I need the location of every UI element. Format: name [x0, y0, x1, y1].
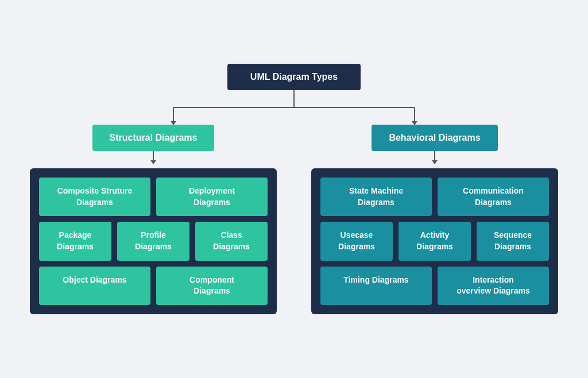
structural-row3: Object Diagrams ComponentDiagrams [39, 267, 268, 305]
svg-marker-9 [432, 160, 438, 164]
package-diagrams: PackageDiagrams [39, 222, 111, 260]
behavioral-branch: Behavioral Diagrams State MachineDiagram… [311, 125, 558, 314]
root-node: UML Diagram Types [227, 64, 361, 90]
behavioral-container: State MachineDiagrams CommunicationDiagr… [311, 168, 558, 314]
behavioral-row1: State MachineDiagrams CommunicationDiagr… [320, 178, 549, 216]
timing-diagrams: Timing Diagrams [320, 267, 432, 305]
structural-node: Structural Diagrams [92, 125, 215, 151]
structural-row2: PackageDiagrams ProfileDiagrams ClassDia… [39, 222, 268, 260]
activity-diagrams: ActivityDiagrams [399, 222, 471, 260]
component-diagrams: ComponentDiagrams [156, 267, 268, 305]
structural-row1: Composite StrutureDiagrams DeploymentDia… [39, 178, 268, 216]
deployment-diagrams: DeploymentDiagrams [156, 178, 268, 216]
class-diagrams: ClassDiagrams [195, 222, 268, 260]
behavioral-row3: Timing Diagrams Interactionoverview Diag… [320, 267, 549, 305]
state-machine-diagrams: State MachineDiagrams [320, 178, 432, 216]
profile-diagrams: ProfileDiagrams [117, 222, 189, 260]
interaction-overview-diagrams: Interactionoverview Diagrams [438, 267, 549, 305]
communication-diagrams: CommunicationDiagrams [438, 178, 549, 216]
diagram-container: UML Diagram Types Structural Diagrams [18, 52, 570, 326]
object-diagrams: Object Diagrams [39, 267, 150, 305]
branches-row: Structural Diagrams Composite StrutureDi… [24, 125, 564, 314]
behavioral-row2: UsecaseDiagrams ActivityDiagrams Sequenc… [320, 222, 549, 260]
usecase-diagrams: UsecaseDiagrams [320, 222, 393, 260]
root-connector-svg [133, 90, 455, 125]
composite-structure-diagrams: Composite StrutureDiagrams [39, 178, 150, 216]
sequence-diagrams: SequenceDiagrams [477, 222, 549, 260]
behavioral-node: Behavioral Diagrams [372, 125, 497, 151]
structural-v-connector [153, 151, 154, 168]
structural-container: Composite StrutureDiagrams DeploymentDia… [30, 168, 277, 314]
svg-marker-7 [150, 160, 156, 164]
structural-branch: Structural Diagrams Composite StrutureDi… [30, 125, 277, 314]
behavioral-v-connector [434, 151, 435, 168]
